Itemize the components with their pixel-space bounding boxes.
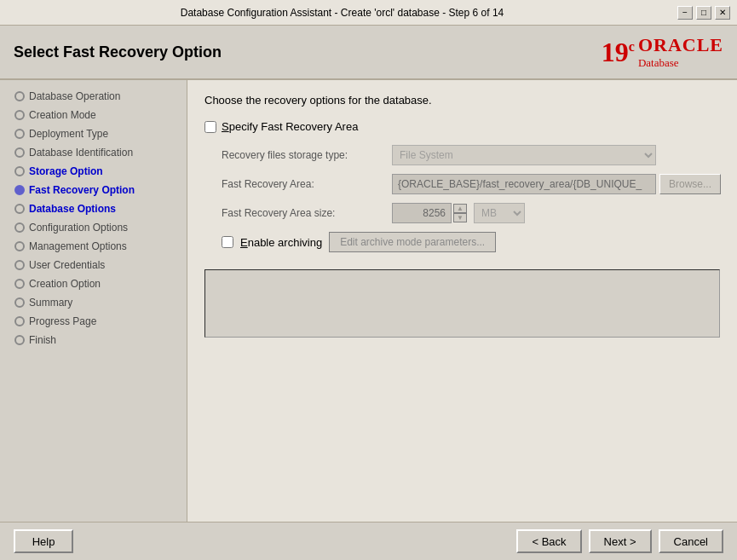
title-bar: Database Configuration Assistant - Creat… [0,0,737,26]
oracle-version: 19c [602,37,635,68]
sidebar-item-user-credentials[interactable]: User Credentials [0,256,187,274]
specify-fra-label-text: pecify Fast Recovery Area [229,120,359,133]
next-button[interactable]: Next > [589,529,652,553]
main-panel: Choose the recovery options for the data… [187,80,737,522]
step-icon [14,147,26,159]
cancel-button[interactable]: Cancel [659,529,723,553]
enable-archiving-label[interactable]: Enable archiving [240,236,322,249]
oracle-name: ORACLE [638,34,723,56]
edit-archive-button[interactable]: Edit archive mode parameters... [329,232,496,252]
sidebar-item-fast-recovery-option[interactable]: Fast Recovery Option [0,181,187,199]
close-button[interactable]: ✕ [715,6,730,20]
sidebar-item-creation-option[interactable]: Creation Option [0,274,187,293]
maximize-button[interactable]: □ [696,6,711,20]
step-icon [14,109,26,121]
step-icon-current [14,184,26,196]
fast-recovery-size-label: Fast Recovery Area size: [222,207,392,219]
sidebar-item-database-operation[interactable]: Database Operation [0,87,187,106]
sidebar-item-database-options[interactable]: Database Options [0,199,187,218]
spinner-buttons: ▲ ▼ [453,204,467,222]
recovery-files-input-group: File System [392,145,656,165]
panel-description: Choose the recovery options for the data… [204,94,720,107]
minimize-button[interactable]: − [677,6,693,20]
step-icon [14,90,26,102]
enable-archiving-label-text: nable archiving [248,236,322,249]
specify-fra-label[interactable]: Specify Fast Recovery Area [222,120,358,133]
step-icon [14,165,26,177]
fast-recovery-area-input-group: Browse... [392,174,721,194]
bottom-textarea [204,269,720,338]
title-bar-buttons: − □ ✕ [677,6,730,20]
oracle-database: Database [638,56,679,70]
size-unit-select[interactable]: MB GB [474,203,525,223]
page-title: Select Fast Recovery Option [14,43,222,61]
recovery-files-label: Recovery files storage type: [222,149,392,161]
sidebar-item-deployment-type[interactable]: Deployment Type [0,124,187,143]
specify-fra-checkbox[interactable] [204,121,216,133]
step-icon [14,203,26,215]
fast-recovery-size-input[interactable]: 8256 [392,203,452,223]
fast-recovery-area-input[interactable] [392,174,656,194]
enable-archiving-row: Enable archiving Edit archive mode param… [204,232,720,252]
header: Select Fast Recovery Option 19c ORACLE D… [0,26,737,80]
title-bar-text: Database Configuration Assistant - Creat… [7,7,677,19]
step-icon [14,222,26,234]
oracle-text: ORACLE Database [638,34,723,70]
sidebar-item-summary[interactable]: Summary [0,293,187,312]
step-icon [14,259,26,271]
sidebar: Database Operation Creation Mode Deploym… [0,80,187,522]
sidebar-item-creation-mode[interactable]: Creation Mode [0,106,187,124]
sidebar-item-finish[interactable]: Finish [0,331,187,349]
recovery-files-row: Recovery files storage type: File System [204,145,720,165]
help-button[interactable]: Help [14,529,73,553]
fast-recovery-size-input-group: 8256 ▲ ▼ MB GB [392,203,525,223]
step-icon [14,278,26,290]
sidebar-item-configuration-options[interactable]: Configuration Options [0,218,187,237]
step-icon [14,240,26,252]
footer: Help < Back Next > Cancel [0,522,737,560]
footer-right: < Back Next > Cancel [516,529,723,553]
spin-up-button[interactable]: ▲ [453,204,467,213]
step-icon [14,297,26,309]
back-button[interactable]: < Back [516,529,581,553]
sidebar-item-storage-option[interactable]: Storage Option [0,162,187,181]
sidebar-item-progress-page[interactable]: Progress Page [0,312,187,331]
step-icon [14,128,26,140]
fast-recovery-area-label: Fast Recovery Area: [222,178,392,190]
oracle-logo: 19c ORACLE Database [602,34,723,70]
specify-fra-row: Specify Fast Recovery Area [204,120,720,133]
sidebar-item-database-identification[interactable]: Database Identification [0,143,187,162]
recovery-files-select[interactable]: File System [392,145,656,165]
main-container: Select Fast Recovery Option 19c ORACLE D… [0,26,737,560]
content-area: Database Operation Creation Mode Deploym… [0,80,737,522]
fast-recovery-area-row: Fast Recovery Area: Browse... [204,174,720,194]
enable-archiving-checkbox[interactable] [222,236,233,248]
footer-left: Help [14,529,73,553]
spin-down-button[interactable]: ▼ [453,213,467,222]
step-icon [14,315,26,327]
browse-button[interactable]: Browse... [659,174,721,194]
step-icon [14,334,26,346]
size-spinner: 8256 ▲ ▼ [392,203,467,223]
sidebar-item-management-options[interactable]: Management Options [0,237,187,256]
fast-recovery-size-row: Fast Recovery Area size: 8256 ▲ ▼ MB GB [204,203,720,223]
